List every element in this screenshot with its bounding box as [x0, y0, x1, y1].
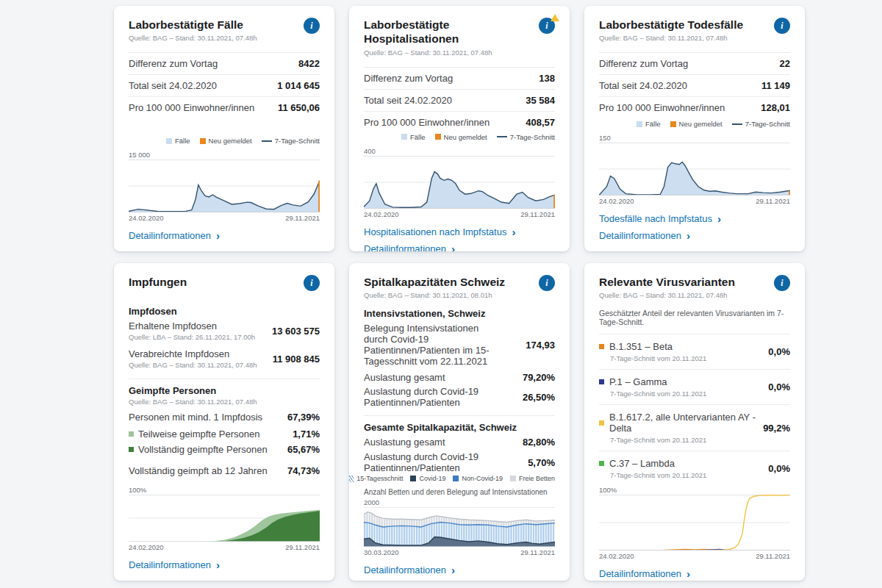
- stats-list: Differenz zum Vortag 8422 Total seit 24.…: [129, 52, 320, 118]
- card-lab-cases: Laborbestätigte Fälle Quelle: BAG – Stan…: [114, 6, 334, 251]
- stat-label: Personen mit mind. 1 Impfdosis: [129, 412, 262, 423]
- impfstatus-link[interactable]: Todesfälle nach Impfstatus›: [599, 213, 790, 224]
- chart-block: Fälle Neu gemeldet 7-Tage-Schnitt 15 000…: [129, 137, 320, 222]
- variant-sub: 7-Tage-Schnitt vom 20.11.2021: [610, 354, 706, 362]
- partially-vaccinated-swatch-icon: [129, 431, 134, 437]
- card-header: Spitalkapazitäten Schweiz Quelle: BAG – …: [364, 275, 555, 299]
- stat-row: Auslastung gesamt 82,80%: [364, 434, 555, 450]
- detail-link[interactable]: Detailinformationen›: [364, 243, 555, 251]
- x-axis-labels: 30.03.2020 29.11.2021: [364, 548, 555, 556]
- variant-row: B.1.617.2, alle Untervarianten AY - Delt…: [599, 404, 790, 451]
- stat-label: Verabreichte Impfdosen: [129, 348, 257, 359]
- stat-row: Differenz zum Vortag 8422: [129, 52, 320, 74]
- legend-item: Covid-19: [410, 475, 445, 482]
- legend-item: Fälle: [401, 133, 426, 141]
- info-icon[interactable]: i: [304, 275, 320, 291]
- legend-item: 7-Tage-Schnitt: [732, 120, 790, 128]
- variant-value: 0,0%: [768, 381, 790, 392]
- info-icon[interactable]: i: [304, 18, 320, 34]
- variant-row: C.37 – Lambda 7-Tage-Schnitt vom 20.11.2…: [599, 451, 790, 486]
- stat-row: Vollständig geimpfte Personen 65,67%: [129, 442, 320, 457]
- stat-value: 174,93: [526, 340, 555, 351]
- stat-row: Erhaltene Impfdosen Quelle: LBA – Stand:…: [129, 317, 320, 345]
- variant-name: B.1.617.2, alle Untervarianten AY - Delt…: [609, 412, 756, 434]
- non-covid-swatch-icon: [453, 476, 459, 481]
- cases-trend-chart: [129, 159, 320, 212]
- deaths-trend-chart: [599, 143, 790, 196]
- stat-label: Total seit 24.02.2020: [129, 80, 217, 91]
- stat-value: 408,57: [526, 117, 555, 128]
- x-axis-labels: 24.02.2020 29.11.2021: [129, 543, 320, 551]
- chevron-right-icon: ›: [451, 565, 455, 576]
- variant-name: C.37 – Lambda: [609, 458, 675, 469]
- variant-sub: 7-Tage-Schnitt vom 20.11.2021: [610, 390, 706, 398]
- chart-note: Anzahl Betten und deren Belegung auf Int…: [364, 488, 555, 496]
- chevron-right-icon: ›: [512, 227, 515, 237]
- stat-label: Auslastung gesamt: [364, 372, 445, 383]
- cases-swatch-icon: [637, 121, 642, 127]
- card-source: Quelle: BAG – Stand: 30.11.2021, 07.48h: [599, 291, 735, 299]
- variant-sub: 7-Tage-Schnitt vom 20.11.2021: [610, 436, 756, 444]
- card-title: Spitalkapazitäten Schweiz: [364, 275, 505, 289]
- stat-value: 26,50%: [523, 392, 555, 403]
- stat-value: 82,80%: [523, 437, 555, 448]
- stat-value: 67,39%: [287, 412, 320, 423]
- stat-label: Auslastung durch Covid-19 Patientinnen/P…: [364, 451, 501, 473]
- legend-item: 15-Tagesschnitt: [349, 475, 403, 482]
- chevron-right-icon: ›: [717, 214, 721, 224]
- chart-block: 100% 24.02.2020 29.11.2021: [599, 486, 790, 560]
- stat-row: Total seit 24.02.2020 35 584: [364, 89, 555, 111]
- stat-value: 138: [539, 73, 555, 84]
- avg-line-icon: [262, 140, 272, 142]
- chevron-right-icon: ›: [686, 231, 690, 241]
- section-title: Gesamte Spitalkapazität, Schweiz: [364, 422, 555, 433]
- detail-link[interactable]: Detailinformationen›: [599, 230, 790, 241]
- stat-row: Pro 100 000 Einwohner/innen 11 650,06: [129, 96, 320, 118]
- stat-row: Pro 100 000 Einwohner/innen 128,01: [599, 96, 790, 118]
- avg-line-icon: [732, 123, 742, 125]
- free-beds-swatch-icon: [510, 476, 516, 481]
- detail-link[interactable]: Detailinformationen›: [129, 559, 320, 570]
- x-axis-labels: 24.02.2020 29.11.2021: [129, 214, 320, 222]
- hospitalisations-trend-chart: [364, 156, 555, 209]
- stat-label: Pro 100 000 Einwohner/innen: [129, 102, 254, 113]
- stat-row: Pro 100 000 Einwohner/innen 408,57: [364, 111, 555, 133]
- info-icon[interactable]: i: [774, 18, 790, 34]
- chart-block: 100% 24.02.2020 29.11.2021: [129, 486, 320, 551]
- new-reported-swatch-icon: [435, 134, 441, 140]
- stat-label: Teilweise geimpfte Personen: [138, 429, 259, 440]
- detail-link[interactable]: Detailinformationen›: [599, 568, 790, 579]
- stat-value: 35 584: [526, 95, 555, 106]
- stat-row: Differenz zum Vortag 22: [599, 52, 790, 74]
- detail-link[interactable]: Detailinformationen›: [364, 564, 555, 576]
- variant-value: 0,0%: [768, 463, 790, 474]
- card-title: Impfungen: [129, 275, 187, 289]
- stat-source: Quelle: LBA – Stand: 26.11.2021, 17.00h: [129, 333, 255, 341]
- divider: [129, 379, 320, 379]
- card-source: Quelle: BAG – Stand: 30.11.2021, 07.48h: [364, 49, 533, 57]
- impfstatus-link[interactable]: Hospitalisationen nach Impfstatus›: [364, 226, 555, 237]
- info-icon[interactable]: i: [774, 275, 790, 291]
- chevron-right-icon: ›: [216, 231, 220, 241]
- stat-row: Auslastung durch Covid-19 Patientinnen/P…: [364, 450, 555, 475]
- info-icon[interactable]: i: [539, 275, 555, 291]
- card-deaths: Laborbestätigte Todesfälle Quelle: BAG –…: [584, 6, 805, 251]
- x-axis-labels: 24.02.2020 29.11.2021: [364, 210, 555, 218]
- info-icon[interactable]: i: [539, 18, 555, 34]
- chevron-right-icon: ›: [451, 244, 455, 252]
- variant-value: 0,0%: [768, 346, 790, 357]
- detail-link[interactable]: Detailinformationen›: [129, 230, 320, 241]
- stat-label: Total seit 24.02.2020: [599, 80, 687, 91]
- card-source: Quelle: BAG – Stand: 30.11.2021, 07.48h: [599, 34, 743, 42]
- stat-label: Vollständig geimpft ab 12 Jahren: [129, 465, 268, 476]
- stat-label: Pro 100 000 Einwohner/innen: [364, 117, 490, 128]
- x-axis-labels: 24.02.2020 29.11.2021: [599, 552, 790, 560]
- covid-swatch-icon: [410, 476, 416, 481]
- legend-item: Neu gemeldet: [435, 133, 487, 141]
- section-title: Impfdosen: [129, 306, 320, 317]
- card-source: Quelle: BAG – Stand: 30.11.2021, 08.01h: [364, 291, 505, 299]
- stat-value: 74,73%: [287, 465, 320, 476]
- stat-label: Pro 100 000 Einwohner/innen: [599, 102, 725, 113]
- warning-icon: [551, 14, 559, 21]
- new-reported-swatch-icon: [670, 121, 676, 127]
